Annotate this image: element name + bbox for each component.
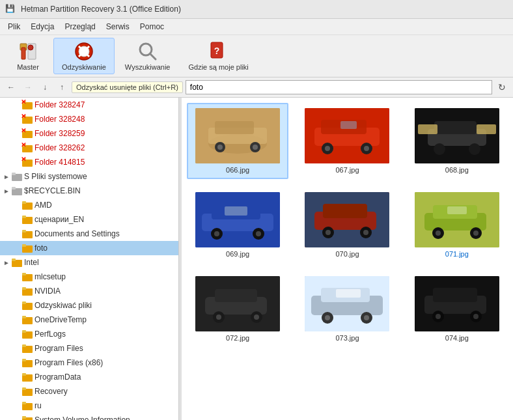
tree-item-folder328262[interactable]: ✕ Folder 328262	[0, 141, 178, 155]
file-item-073[interactable]: 073.jpg	[296, 271, 398, 347]
menu-plik[interactable]: Plik	[3, 20, 25, 33]
menu-bar: Plik Edycja Przegląd Serwis Pomoc	[0, 19, 513, 35]
menu-serwis[interactable]: Serwis	[101, 20, 135, 33]
up-button[interactable]: ↑	[55, 80, 69, 94]
arrow-icon[interactable]: ►	[1, 171, 12, 182]
file-item-067[interactable]: 067.jpg	[296, 103, 398, 179]
svg-point-75	[325, 146, 330, 151]
tree-item-amd[interactable]: AMD	[0, 198, 178, 212]
svg-point-121	[364, 315, 369, 320]
wyszukiwanie-button[interactable]: Wyszukiwanie	[117, 38, 178, 74]
svg-point-106	[473, 231, 478, 236]
tree-item-ru[interactable]: ru	[0, 399, 178, 413]
tree-item-programfiles[interactable]: Program Files	[0, 341, 178, 356]
svg-point-69	[253, 145, 258, 150]
file-item-072[interactable]: 072.jpg	[187, 271, 288, 347]
folder-icon	[22, 243, 33, 253]
tree-item-folder328248[interactable]: ✕ Folder 328248	[0, 112, 178, 126]
svg-rect-25	[12, 187, 16, 189]
file-thumbnail-073	[305, 276, 389, 331]
svg-point-105	[436, 231, 441, 236]
tree-label: сценарии_EN	[35, 215, 84, 224]
file-item-066[interactable]: 066.jpg	[187, 103, 288, 179]
svg-rect-51	[22, 373, 26, 376]
folder-icon	[22, 200, 33, 210]
folder-icon	[22, 343, 33, 354]
odzyskiwanie-button[interactable]: Odzyskiwanie	[53, 38, 115, 74]
tree-label: Intel	[24, 258, 39, 267]
folder-icon	[22, 286, 33, 296]
tree-label: Folder 328248	[35, 115, 85, 124]
back-button[interactable]: ←	[4, 80, 18, 94]
svg-rect-43	[22, 316, 26, 318]
tree-item-scenarii[interactable]: сценарии_EN	[0, 212, 178, 227]
master-label: Master	[17, 63, 39, 71]
folder-icon	[22, 315, 33, 325]
arrow-empty	[12, 243, 22, 253]
file-item-071[interactable]: 071.jpg	[406, 187, 508, 263]
master-button[interactable]: Master	[5, 38, 51, 74]
svg-rect-65	[215, 121, 254, 134]
arrow-empty	[12, 372, 22, 382]
where-label: Gdzie są moje pliki	[188, 63, 248, 71]
arrow-icon[interactable]: ►	[1, 186, 12, 196]
refresh-button[interactable]: ↻	[495, 80, 509, 94]
address-bar: ← → ↓ ↑ Odzyskać usunięte pliki (Ctrl+R)…	[0, 77, 513, 98]
tree-item-srecycle[interactable]: ► $RECYCLE.BIN	[0, 184, 178, 198]
svg-rect-95	[323, 204, 367, 218]
tree-item-foto[interactable]: foto	[0, 241, 178, 255]
tree-item-odzyskiwac[interactable]: Odzyskiwać pliki	[0, 298, 178, 313]
where-button[interactable]: ? Gdzie są moje pliki	[180, 38, 256, 74]
tree-item-intel[interactable]: ► Intel	[0, 255, 178, 270]
folder-icon	[22, 372, 33, 382]
svg-rect-2	[21, 48, 25, 59]
tree-item-folder414815[interactable]: ✕ Folder 414815	[0, 155, 178, 169]
folder-error-icon: ✕	[22, 157, 33, 167]
arrow-empty	[12, 300, 22, 311]
folder-icon	[22, 386, 33, 397]
tree-item-folder328247[interactable]: ✕ Folder 328247	[0, 98, 178, 112]
file-item-070[interactable]: 070.jpg	[296, 187, 398, 263]
tree-item-programdata[interactable]: ProgramData	[0, 370, 178, 384]
tree-item-perflogs[interactable]: PerfLogs	[0, 327, 178, 341]
tree-item-documents[interactable]: Documents and Settings	[0, 227, 178, 241]
menu-przeglad[interactable]: Przegląd	[59, 20, 100, 33]
address-tooltip: Odzyskać usunięte pliki (Ctrl+R)	[72, 81, 183, 93]
svg-rect-125	[433, 288, 477, 302]
file-name-070: 070.jpg	[335, 250, 359, 258]
tree-item-s-pliki[interactable]: ► S Pliki systemowe	[0, 169, 178, 184]
address-input[interactable]	[186, 80, 492, 94]
tree-label: PerfLogs	[35, 329, 66, 339]
down-button[interactable]: ↓	[38, 80, 52, 94]
tree-label: Documents and Settings	[35, 229, 120, 238]
menu-pomoc[interactable]: Pomoc	[135, 20, 169, 33]
tree-item-onedrivetemp[interactable]: OneDriveTemp	[0, 313, 178, 327]
tree-label: Folder 328247	[35, 100, 85, 109]
svg-point-128	[436, 314, 441, 319]
tree-label: NVIDIA	[35, 287, 61, 296]
tree-item-folder328259[interactable]: ✕ Folder 328259	[0, 126, 178, 141]
svg-rect-92	[225, 206, 247, 216]
arrow-empty	[12, 229, 22, 239]
wyszukiwanie-label: Wyszukiwanie	[125, 63, 171, 71]
svg-text:?: ?	[214, 46, 219, 56]
file-name-074: 074.jpg	[445, 334, 469, 342]
file-thumbnail-071	[415, 192, 499, 247]
tree-item-recovery[interactable]: Recovery	[0, 384, 178, 399]
file-name-068: 068.jpg	[445, 166, 469, 174]
tree-item-systemvolume[interactable]: System Volume Information	[0, 413, 178, 420]
tree-item-programfiles86[interactable]: Program Files (x86)	[0, 356, 178, 370]
file-item-069[interactable]: 069.jpg	[187, 187, 288, 263]
forward-button[interactable]: →	[21, 80, 35, 94]
file-item-068[interactable]: 068.jpg	[406, 103, 508, 179]
arrow-icon[interactable]: ►	[1, 257, 12, 268]
svg-point-81	[434, 143, 445, 155]
tree-item-nvidia[interactable]: NVIDIA	[0, 284, 178, 298]
tree-item-mlcsetup[interactable]: mlcsetup	[0, 270, 178, 284]
svg-rect-27	[22, 201, 26, 204]
folder-icon	[12, 186, 22, 196]
app-icon: 💾	[5, 4, 16, 14]
svg-rect-31	[22, 230, 26, 232]
file-item-074[interactable]: 074.jpg	[406, 271, 508, 347]
menu-edycja[interactable]: Edycja	[25, 20, 59, 33]
